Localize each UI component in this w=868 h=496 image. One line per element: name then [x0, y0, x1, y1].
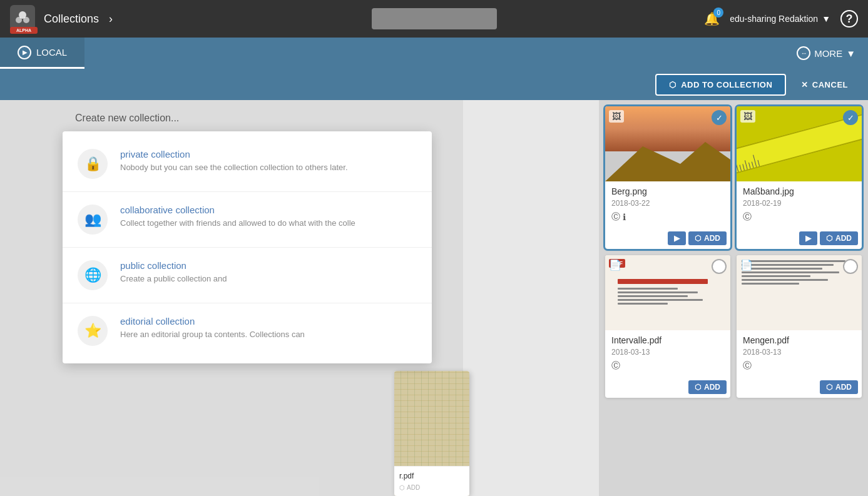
svg-point-1	[16, 17, 22, 23]
add-to-collection-button[interactable]: ⬡ ADD TO COLLECTION	[655, 74, 787, 96]
tab-more-label: MORE	[814, 48, 842, 59]
tabs-bar: ▶ LOCAL ··· MORE ▼	[0, 38, 868, 69]
tab-more[interactable]: ··· MORE ▼	[784, 38, 868, 69]
massband-play-button[interactable]: ▶	[799, 231, 817, 245]
intervalle-thumbnail: PDF 📄	[605, 255, 730, 330]
berg-play-button[interactable]: ▶	[668, 231, 686, 245]
image-icon: 🖼	[609, 110, 624, 123]
mengen-date: 2018-03-13	[743, 348, 855, 357]
berg-card-footer: ▶ ⬡ ADD	[605, 231, 730, 249]
info-icon: ℹ	[623, 212, 626, 222]
cancel-label: CANCEL	[812, 80, 848, 89]
intervalle-license-icons: Ⓒ	[611, 360, 724, 372]
mengen-license-icons: Ⓒ	[743, 360, 855, 372]
cancel-button[interactable]: ✕ CANCEL	[791, 75, 858, 94]
cc-icon-mengen: Ⓒ	[743, 360, 752, 372]
massband-add-label: ADD	[835, 234, 852, 243]
mengen-checkbox[interactable]	[843, 259, 858, 274]
globe-icon: 🌐	[78, 260, 108, 290]
pdf-content-lines	[618, 279, 718, 306]
svg-point-2	[23, 17, 29, 23]
users-icon: 👥	[78, 205, 108, 235]
public-collection-content: public collection Create a public collec…	[120, 260, 417, 285]
lock-icon: 🔒	[78, 149, 108, 179]
chevron-down-icon: ▼	[822, 14, 830, 24]
cc-icon-intervalle: Ⓒ	[611, 360, 620, 372]
collaborative-collection-item[interactable]: 👥 collaborative collection Collect toget…	[63, 191, 432, 247]
massband-card-body: Maßband.jpg 2018-02-19 Ⓒ	[737, 181, 862, 231]
file-card-berg[interactable]: 🖼 ✓ Berg.png 2018-03-22 Ⓒ ℹ ▶ ⬡ ADD	[605, 106, 730, 249]
intervalle-add-button[interactable]: ⬡ ADD	[688, 380, 727, 394]
main-content: Create new collection... 🔒 private colle…	[0, 100, 868, 496]
left-overlay: Create new collection... 🔒 private colle…	[0, 100, 463, 496]
editorial-collection-item[interactable]: ⭐ editorial collection Here an editorial…	[63, 303, 432, 358]
file-card-mengen[interactable]: 📄 Mengen.pdf 2018-03-13 Ⓒ ⬡ ADD	[737, 255, 862, 398]
editorial-collection-content: editorial collection Here an editorial g…	[120, 316, 417, 340]
file-card-massband[interactable]: 🖼 ✓ Maßband.jpg 2018-02-19 Ⓒ ▶ ⬡ ADD	[737, 106, 862, 249]
action-bar: ⬡ ADD TO COLLECTION ✕ CANCEL	[0, 69, 868, 100]
massband-filename: Maßband.jpg	[743, 186, 855, 196]
berg-filename: Berg.png	[611, 186, 724, 196]
massband-date: 2018-02-19	[743, 199, 855, 208]
add-to-collection-label: ADD TO COLLECTION	[681, 80, 772, 89]
notification-badge: 0	[713, 8, 723, 18]
intervalle-checkbox[interactable]	[712, 259, 727, 274]
massband-add-button[interactable]: ⬡ ADD	[820, 231, 858, 245]
file-card-intervalle[interactable]: PDF 📄 Intervalle.pdf 2018-03-13	[605, 255, 730, 398]
collection-type-menu: 🔒 private collection Nobody but you can …	[63, 131, 432, 363]
berg-license-icons: Ⓒ ℹ	[611, 211, 724, 223]
pdf-icon-mengen: 📄	[740, 259, 753, 271]
mengen-card-footer: ⬡ ADD	[737, 380, 862, 398]
partial-card-add[interactable]: ⬡ ADD	[399, 484, 464, 491]
more-tab-icon: ···	[797, 46, 810, 60]
massband-checkbox[interactable]: ✓	[843, 110, 858, 125]
cc-icon: Ⓒ	[611, 211, 620, 223]
create-collection-text[interactable]: Create new collection...	[75, 113, 179, 124]
public-collection-title: public collection	[120, 260, 417, 271]
user-menu[interactable]: edu-sharing Redaktion ▼	[730, 14, 830, 24]
private-collection-item[interactable]: 🔒 private collection Nobody but you can …	[63, 136, 432, 191]
search-input[interactable]	[372, 8, 497, 29]
header: ALPHA Collections › 🔔 0 edu-sharing Reda…	[0, 0, 868, 38]
berg-date: 2018-03-22	[611, 199, 724, 208]
star-icon: ⭐	[78, 316, 108, 346]
collaborative-collection-title: collaborative collection	[120, 205, 417, 215]
tab-local[interactable]: ▶ LOCAL	[0, 38, 84, 69]
intervalle-filename: Intervalle.pdf	[611, 335, 724, 345]
pdf-icon-intervalle: 📄	[609, 259, 621, 271]
intervalle-add-icon: ⬡	[695, 383, 701, 392]
berg-add-button[interactable]: ⬡ ADD	[688, 231, 727, 245]
partial-card-body: r.pdf ⬡ ADD	[394, 466, 469, 496]
help-button[interactable]: ?	[840, 10, 858, 28]
cc-icon-massband: Ⓒ	[743, 211, 752, 223]
breadcrumb-arrow: ›	[109, 13, 113, 26]
intervalle-date: 2018-03-13	[611, 348, 724, 357]
berg-add-icon: ⬡	[695, 234, 701, 243]
logo-area: ALPHA Collections ›	[10, 5, 113, 33]
local-tab-icon: ▶	[18, 46, 31, 59]
partial-add-icon: ⬡	[399, 484, 405, 491]
mengen-add-button[interactable]: ⬡ ADD	[820, 380, 858, 394]
tab-local-label: LOCAL	[36, 47, 67, 58]
partial-card-thumbnail: r.pdf ⬡ ADD	[394, 371, 469, 496]
massband-play-icon: ▶	[805, 234, 811, 243]
notification-button[interactable]: 🔔 0	[704, 11, 720, 26]
cancel-x-icon: ✕	[801, 80, 809, 89]
editorial-collection-desc: Here an editorial group ta contents. Col…	[120, 329, 417, 340]
public-collection-item[interactable]: 🌐 public collection Create a public coll…	[63, 247, 432, 303]
massband-card-footer: ▶ ⬡ ADD	[737, 231, 862, 249]
header-right: 🔔 0 edu-sharing Redaktion ▼ ?	[704, 10, 858, 28]
berg-thumbnail: 🖼 ✓	[605, 106, 730, 181]
add-collection-icon: ⬡	[669, 80, 677, 89]
mengen-filename: Mengen.pdf	[743, 335, 855, 345]
private-collection-content: private collection Nobody but you can se…	[120, 149, 417, 173]
mengen-thumbnail: 📄	[737, 255, 862, 330]
editorial-collection-title: editorial collection	[120, 316, 417, 326]
collaborative-collection-content: collaborative collection Collect togethe…	[120, 205, 417, 229]
mengen-add-label: ADD	[835, 383, 852, 392]
berg-checkbox[interactable]: ✓	[712, 110, 727, 125]
intervalle-add-label: ADD	[704, 383, 720, 392]
app-title: Collections	[44, 13, 99, 26]
public-collection-desc: Create a public collection and	[120, 273, 417, 285]
logo-badge: ALPHA	[10, 27, 38, 34]
